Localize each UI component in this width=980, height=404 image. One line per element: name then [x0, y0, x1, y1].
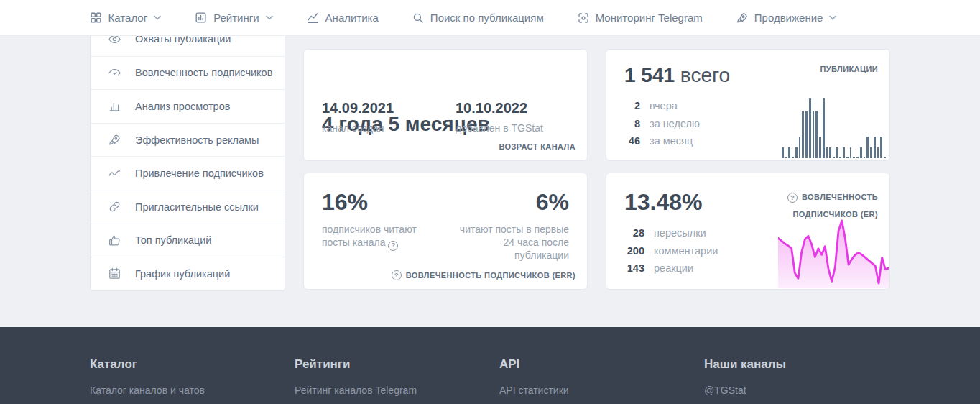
trending-line-icon — [107, 167, 121, 180]
sidebar-item-subscriber-acquisition[interactable]: Привлечение подписчиков — [91, 156, 285, 190]
channel-age-card: 4 года 5 месяцев 14.09.2021 канал создан… — [303, 49, 588, 161]
footer-column-our-channels: Наши каналы @TGStat @TGStat Chat — [704, 357, 909, 404]
footer-column-ratings: Рейтинги Рейтинг каналов Telegram Рейтин… — [295, 357, 499, 404]
help-icon[interactable]: ? — [388, 241, 398, 251]
nav-item-label: Аналитика — [325, 12, 379, 24]
page-footer: Каталог Каталог каналов и чатов Подборки… — [0, 327, 980, 404]
nav-item-monitoring[interactable]: Мониторинг Telegram — [577, 12, 703, 24]
sidebar-item-top-posts[interactable]: Топ публикаций — [91, 224, 285, 257]
nav-item-catalog[interactable]: Каталог — [89, 11, 162, 24]
sidebar-item-label: Вовлеченность подписчиков — [135, 67, 272, 78]
nav-item-label: Мониторинг Telegram — [596, 12, 703, 24]
footer-heading: Наши каналы — [704, 357, 909, 372]
search-icon — [412, 12, 425, 24]
bar-chart-square-icon — [194, 11, 208, 24]
stat-row-reactions: 143 реакции — [624, 262, 718, 274]
footer-heading: Каталог — [90, 357, 295, 372]
publications-stats: 2 вчера 8 за неделю 46 за месяц — [624, 100, 700, 147]
er-value: 13.48% — [624, 189, 703, 216]
stat-label: вчера — [650, 100, 678, 111]
err-card-label: ВОВЛЕЧЕННОСТЬ ПОДПИСЧИКОВ (ERR) — [406, 271, 575, 280]
err-left-block: 16% подписчиков читают посты канала? — [322, 189, 440, 251]
nav-item-analytics[interactable]: Аналитика — [306, 11, 379, 24]
footer-column-catalog: Каталог Каталог каналов и чатов Подборки… — [90, 357, 295, 404]
help-icon[interactable]: ? — [787, 193, 798, 203]
footer-heading: API — [499, 357, 704, 372]
err-card: 16% подписчиков читают посты канала? 6% … — [303, 173, 588, 290]
channel-created-date: 14.09.2021 — [322, 100, 394, 116]
stat-value: 2 — [624, 100, 640, 111]
help-icon[interactable]: ? — [392, 270, 402, 280]
nav-item-label: Рейтинги — [213, 12, 259, 24]
err-right-value: 6% — [447, 189, 569, 216]
footer-link[interactable]: Рейтинг каналов Telegram — [295, 385, 417, 396]
sidebar-item-label: Привлечение подписчиков — [135, 167, 264, 179]
sidebar-item-ad-effectiveness[interactable]: Эффективность рекламы — [91, 123, 285, 157]
nav-item-post-search[interactable]: Поиск по публикациям — [412, 12, 544, 24]
sidebar-menu: Охваты публикаций Вовлеченность подписчи… — [90, 22, 285, 291]
err-right-label: читают посты в первые 24 часа после публ… — [447, 223, 569, 262]
stat-value: 8 — [624, 118, 640, 129]
sidebar-item-post-schedule[interactable]: График публикаций — [91, 257, 285, 290]
stat-label: за неделю — [650, 118, 700, 129]
sidebar-item-label: Топ публикаций — [135, 234, 211, 246]
stat-row-week: 8 за неделю — [624, 118, 700, 129]
stat-label: пересылки — [654, 227, 706, 239]
calendar-icon — [107, 267, 121, 280]
footer-link[interactable]: Каталог каналов и чатов — [90, 385, 205, 396]
channel-added-block: 10.10.2022 добавлен в TGStat — [456, 100, 543, 134]
channel-added-label: добавлен в TGStat — [456, 122, 543, 134]
top-navigation-items: Каталог Рейтинги Аналитика — [89, 11, 837, 24]
stat-value: 200 — [624, 245, 644, 257]
er-stats: 28 пересылки 200 комментарии 143 реакции — [624, 227, 718, 274]
err-left-label: подписчиков читают посты канала? — [322, 223, 440, 251]
footer-link[interactable]: API статистики — [499, 385, 569, 396]
stat-label: за месяц — [650, 135, 693, 147]
sidebar-item-label: Пригласительные ссылки — [135, 201, 259, 213]
nav-item-ratings[interactable]: Рейтинги — [194, 11, 272, 24]
stat-label: реакции — [654, 262, 693, 274]
line-chart-icon — [306, 11, 320, 24]
chevron-down-icon — [154, 15, 161, 20]
chevron-down-icon — [266, 15, 273, 20]
rocket-icon — [736, 12, 749, 24]
sidebar-item-invite-links[interactable]: Пригласительные ссылки — [91, 190, 285, 224]
er-card-label: ? ВОВЛЕЧЕННОСТЬ ПОДПИСЧИКОВ (ER) — [787, 191, 878, 222]
bar-chart-icon — [107, 99, 121, 113]
link-icon — [107, 200, 121, 214]
channel-created-block: 14.09.2021 канал создан — [322, 100, 394, 134]
sidebar-item-subscriber-engagement[interactable]: Вовлеченность подписчиков — [91, 56, 285, 90]
stat-value: 46 — [624, 135, 640, 147]
engagement-eye-icon — [107, 66, 121, 80]
footer-heading: Рейтинги — [295, 357, 499, 372]
rocket-icon — [107, 133, 121, 147]
sidebar-item-views-analysis[interactable]: Анализ просмотров — [91, 89, 285, 123]
err-left-label-text: подписчиков читают посты канала — [322, 224, 417, 248]
footer-link[interactable]: @TGStat — [704, 385, 746, 396]
sidebar-item-label: Эффективность рекламы — [135, 134, 259, 146]
sidebar-item-label: Анализ просмотров — [135, 101, 230, 112]
channel-age-card-label: ВОЗРАСТ КАНАЛА — [499, 142, 575, 151]
publications-card: 1 541 всего ПУБЛИКАЦИИ 2 вчера 8 за неде… — [606, 49, 890, 161]
publications-total-value: 1 541 — [624, 64, 675, 86]
stat-value: 143 — [624, 262, 644, 274]
stat-label: комментарии — [654, 245, 718, 257]
thumbs-up-icon — [107, 234, 121, 247]
nav-item-promotion[interactable]: Продвижение — [736, 12, 837, 24]
publications-card-label: ПУБЛИКАЦИИ — [820, 65, 878, 73]
err-card-label-row: ? ВОВЛЕЧЕННОСТЬ ПОДПИСЧИКОВ (ERR) — [392, 270, 575, 280]
top-navigation-bar: Каталог Рейтинги Аналитика — [0, 0, 980, 36]
stat-value: 28 — [624, 227, 644, 239]
er-card-label-line1: ВОВЛЕЧЕННОСТЬ — [802, 191, 878, 204]
err-left-value: 16% — [322, 189, 440, 216]
stat-row-comments: 200 комментарии — [624, 245, 718, 257]
publications-bar-chart — [782, 92, 886, 158]
nav-item-label: Продвижение — [754, 12, 823, 24]
nav-item-label: Поиск по публикациям — [430, 12, 544, 24]
scan-icon — [577, 12, 590, 24]
stat-row-month: 46 за месяц — [624, 135, 700, 147]
publications-total-label: всего — [680, 64, 730, 86]
er-area-chart — [778, 219, 889, 288]
err-right-block: 6% читают посты в первые 24 часа после п… — [447, 189, 569, 262]
stat-row-forwards: 28 пересылки — [624, 227, 718, 239]
